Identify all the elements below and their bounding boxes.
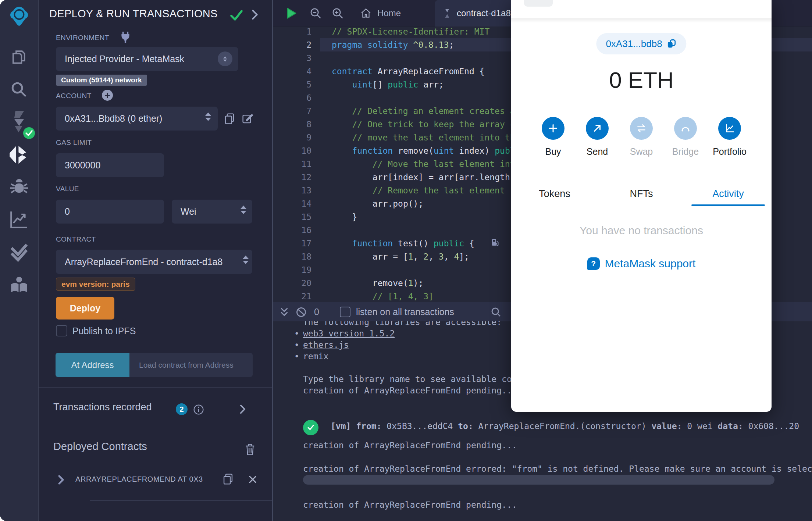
evm-version-badge: evm version: paris <box>56 278 135 291</box>
transactions-info-icon[interactable] <box>193 404 204 415</box>
environment-select[interactable]: Injected Provider - MetaMask <box>56 47 238 71</box>
tab-activity[interactable]: Activity <box>685 182 772 206</box>
plus-icon <box>542 117 565 140</box>
copy-address-icon <box>667 39 677 49</box>
value-label: VALUE <box>56 185 79 193</box>
contract-select[interactable]: ArrayReplaceFromEnd - contract-d1a8 <box>56 250 252 274</box>
divider <box>39 430 272 430</box>
environment-value: Injected Provider - MetaMask <box>65 54 184 64</box>
value-input[interactable]: 0 <box>56 200 164 224</box>
remix-logo-icon[interactable] <box>6 4 32 31</box>
swap-button[interactable]: Swap <box>619 117 663 157</box>
deploy-button[interactable]: Deploy <box>56 297 114 320</box>
tab-home[interactable]: Home <box>357 0 405 26</box>
terminal-horizontal-scrollbar[interactable] <box>303 475 774 485</box>
terminal-line: Type the library name to see available c… <box>293 374 548 385</box>
tab-tokens[interactable]: Tokens <box>511 182 598 206</box>
popup-handle <box>524 0 553 7</box>
copy-deployed-address-icon[interactable] <box>222 473 234 485</box>
deployed-contract-item[interactable]: ARRAYREPLACEFROMEND AT 0X3 <box>75 475 203 483</box>
page-title: DEPLOY & RUN TRANSACTIONS <box>49 8 218 20</box>
divider <box>90 500 272 501</box>
network-badge: Custom (59144) network <box>56 75 147 86</box>
action-buttons-row: BuySendSwapBridgePortfolio <box>511 117 772 157</box>
send-button[interactable]: Send <box>575 117 619 157</box>
gas-limit-input[interactable]: 3000000 <box>56 153 164 177</box>
run-script-play-icon[interactable] <box>285 7 298 20</box>
solidity-file-icon <box>443 8 452 18</box>
tab-nfts[interactable]: NFTs <box>598 182 685 206</box>
terminal-error-line: creation of ArrayReplaceFromEnd errored:… <box>303 464 812 474</box>
zoom-in-icon[interactable] <box>332 7 344 20</box>
terminal-line: creation of ArrayReplaceFromEnd pending.… <box>293 385 548 396</box>
transactions-count-badge: 2 <box>176 403 188 415</box>
home-tab-label: Home <box>377 8 401 18</box>
deployed-contracts-header: Deployed Contracts <box>53 440 147 453</box>
at-address-input[interactable]: Load contract from Address <box>129 353 253 377</box>
contract-value: ArrayReplaceFromEnd - contract-d1a8 <box>65 257 222 267</box>
account-address-pill[interactable]: 0xA31...bdb8 <box>596 33 686 54</box>
account-select-arrows-icon <box>205 113 211 121</box>
clear-terminal-ban-icon[interactable] <box>296 307 307 318</box>
bridge-button[interactable]: Bridge <box>663 117 708 157</box>
plug-icon <box>120 31 131 43</box>
learneth-icon[interactable] <box>9 275 29 297</box>
gas-limit-value: 3000000 <box>65 160 100 171</box>
portfolio-button[interactable]: Portfolio <box>708 117 752 157</box>
deploy-run-icon[interactable] <box>8 144 30 167</box>
zoom-out-icon[interactable] <box>310 7 322 20</box>
vm-transaction-line[interactable]: [vm] from: 0x5B3...eddC4 to: ArrayReplac… <box>331 421 799 431</box>
metamask-support-link[interactable]: ? MetaMask support <box>511 257 772 270</box>
publish-ipfs-checkbox[interactable] <box>56 325 67 336</box>
value-unit-arrows-icon <box>241 206 246 214</box>
portfolio-label: Portfolio <box>713 146 747 157</box>
transactions-expand-chevron-icon[interactable] <box>239 404 246 414</box>
terminal-library-link[interactable]: web3 version 1.5.2 <box>293 328 548 339</box>
bridge-label: Bridge <box>672 146 699 157</box>
add-account-icon[interactable]: + <box>102 90 113 101</box>
copy-account-icon[interactable] <box>223 113 236 125</box>
solidity-compiler-icon[interactable] <box>9 110 29 135</box>
environment-select-arrows-icon <box>218 51 232 66</box>
arrow-up-right-icon <box>586 117 609 140</box>
buy-button[interactable]: Buy <box>531 117 575 157</box>
terminal-library-link[interactable]: ethers.js <box>293 339 548 351</box>
file-explorer-icon[interactable] <box>10 48 29 69</box>
wallet-tabs: TokensNFTsActivity <box>511 182 772 206</box>
tab-label: Activity <box>712 188 744 200</box>
value-value: 0 <box>65 206 70 217</box>
swap-label: Swap <box>630 146 653 157</box>
listen-transactions-label: listen on all transactions <box>356 307 454 317</box>
tab-label: NFTs <box>630 188 653 200</box>
clear-deployed-trash-icon[interactable] <box>244 443 256 456</box>
panel-check-icon <box>230 9 243 22</box>
listen-transactions-checkbox[interactable] <box>340 307 350 317</box>
search-icon[interactable] <box>10 80 29 101</box>
tx-success-check-icon <box>303 420 318 435</box>
sign-message-icon[interactable] <box>242 113 254 125</box>
account-label: ACCOUNT <box>56 92 92 100</box>
account-select[interactable]: 0xA31...Bbdb8 (0 ether) <box>56 107 218 131</box>
environment-label: ENVIRONMENT <box>56 34 109 42</box>
support-label: MetaMask support <box>605 257 696 270</box>
remove-deployed-close-icon[interactable] <box>248 475 257 484</box>
terminal-search-icon[interactable] <box>491 307 502 318</box>
value-unit: Wei <box>181 206 196 217</box>
unit-testing-icon[interactable] <box>9 242 29 264</box>
account-value: 0xA31...Bbdb8 (0 ether) <box>65 113 162 124</box>
debugger-icon[interactable] <box>9 177 29 199</box>
tab-label: Tokens <box>539 188 570 200</box>
terminal-library-link[interactable]: remix <box>293 351 548 362</box>
panel-collapse-chevron-icon[interactable] <box>251 10 259 20</box>
contract-label: CONTRACT <box>56 235 96 243</box>
deployed-item-expand-chevron-icon[interactable] <box>58 475 64 485</box>
analytics-icon[interactable] <box>9 209 29 231</box>
at-address-button[interactable]: At Address <box>56 353 129 377</box>
chart-icon <box>718 117 741 140</box>
terminal-line: creation of ArrayReplaceFromEnd pending.… <box>303 440 517 450</box>
icon-sidebar <box>0 0 39 521</box>
terminal-collapse-chevrons-icon[interactable] <box>279 307 289 317</box>
value-unit-select[interactable]: Wei <box>172 200 252 224</box>
transactions-recorded-label: Transactions recorded <box>53 402 152 413</box>
terminal-line <box>293 362 548 374</box>
